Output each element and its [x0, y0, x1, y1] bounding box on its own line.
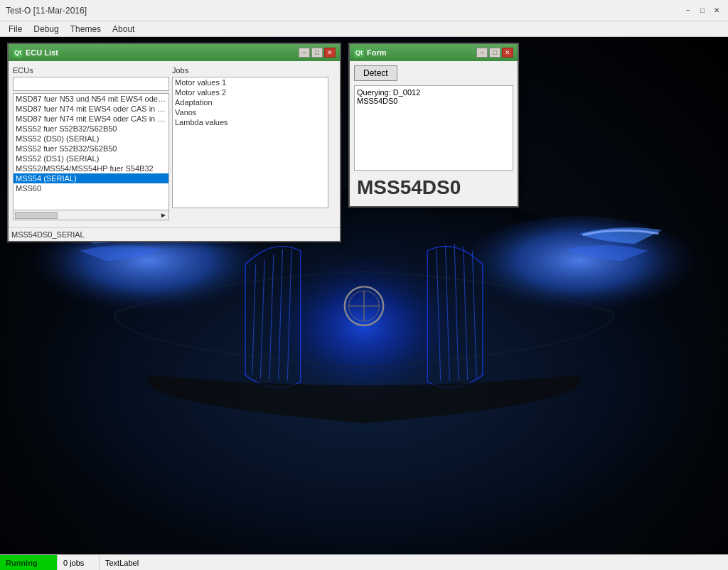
ecu-list-item[interactable]: MSS52 (DS0) (SERIAL) [14, 134, 168, 144]
ecu-window-controls: − □ ✕ [299, 48, 336, 58]
form-window: Qt Form − □ ✕ Detect Querying: D_0012MSS… [348, 43, 519, 208]
form-window-title: Form [367, 48, 387, 57]
form-qt-icon: Qt [354, 48, 364, 58]
query-output-box: Querying: D_0012MSS54DS0 [354, 85, 513, 171]
status-bar: Running 0 jobs TextLabel [0, 554, 728, 570]
form-window-controls: − □ ✕ [476, 48, 513, 58]
ecu-list-item[interactable]: MSD87 fuer N74 mit EWS4 oder CAS in Fahr… [14, 114, 168, 124]
ecu-list-item[interactable]: MSD87 fuer N74 mit EWS4 oder CAS in Fahr… [14, 104, 168, 114]
close-button[interactable]: ✕ [711, 5, 722, 16]
ecu-list-item[interactable]: MSS60 [14, 183, 168, 193]
app-title: Test-O [11-Mar-2016] [6, 6, 87, 16]
minimize-button[interactable]: − [682, 5, 694, 16]
ecu-window-title: ECU List [26, 48, 58, 57]
query-line: Querying: D_0012 [357, 88, 510, 97]
ecu-search-input[interactable] [13, 77, 169, 91]
jobs-col-label: Jobs [172, 65, 336, 75]
mss54-display-label: MSS54DS0 [354, 171, 513, 202]
title-bar: Test-O [11-Mar-2016] − □ ✕ [0, 0, 728, 21]
ecu-close-button[interactable]: ✕ [324, 48, 336, 58]
status-text-label: TextLabel [100, 555, 144, 570]
maximize-button[interactable]: □ [697, 5, 708, 16]
job-list-item[interactable]: Adaptation [173, 97, 328, 107]
job-list-item[interactable]: Lambda values [173, 117, 328, 127]
hscroll-right-arrow: ► [160, 211, 168, 219]
job-list-item[interactable]: Vanos [173, 107, 328, 117]
ecu-list-item[interactable]: MSS52 fuer S52B32/S62B50 [14, 144, 168, 154]
ecu-list-item[interactable]: MSD87 fuer N53 und N54 mit EWS4 oder CA.… [14, 94, 168, 104]
menu-about[interactable]: About [107, 23, 140, 36]
menu-bar: File Debug Themes About [0, 21, 728, 37]
query-line: MSS54DS0 [357, 97, 510, 105]
detect-button[interactable]: Detect [354, 65, 397, 81]
status-running: Running [0, 555, 57, 570]
ecu-window-content: ECUs Jobs MSD87 fuer N53 und N54 mit EWS… [9, 61, 340, 227]
jobs-listbox[interactable]: Motor values 1Motor values 2AdaptationVa… [172, 77, 328, 208]
form-minimize-button[interactable]: − [476, 48, 488, 58]
ecu-right-panel: Motor values 1Motor values 2AdaptationVa… [172, 77, 336, 220]
window-controls: − □ ✕ [682, 5, 722, 16]
ecu-list-item[interactable]: MSS52/MSS54/MSS54HP fuer S54B32 [14, 163, 168, 173]
menu-themes[interactable]: Themes [65, 23, 107, 36]
job-list-item[interactable]: Motor values 2 [173, 87, 328, 97]
ecu-columns-header: ECUs Jobs [13, 65, 336, 75]
ecu-list-item[interactable]: MSS52 (DS1) (SERIAL) [14, 154, 168, 163]
ecu-list-window: Qt ECU List − □ ✕ ECUs Jobs MSD87 fuer N… [7, 43, 341, 242]
job-list-item[interactable]: Motor values 1 [173, 77, 328, 87]
qt-icon: Qt [13, 48, 23, 58]
ecu-list-item[interactable]: MSS54 (SERIAL) [14, 173, 168, 183]
ecu-columns: MSD87 fuer N53 und N54 mit EWS4 oder CA.… [13, 77, 336, 220]
ecu-listbox[interactable]: MSD87 fuer N53 und N54 mit EWS4 oder CA.… [13, 93, 169, 210]
ecu-window-titlebar: Qt ECU List − □ ✕ [9, 44, 340, 61]
ecu-hscroll[interactable]: ► [13, 210, 169, 220]
form-close-button[interactable]: ✕ [502, 48, 513, 58]
ecu-maximize-button[interactable]: □ [311, 48, 323, 58]
form-maximize-button[interactable]: □ [489, 48, 500, 58]
ecu-titlebar-left: Qt ECU List [13, 48, 58, 58]
ecus-col-label: ECUs [13, 65, 169, 75]
ecu-status-bar: MSS54DS0_SERIAL [9, 227, 340, 241]
ecu-left-panel: MSD87 fuer N53 und N54 mit EWS4 oder CA.… [13, 77, 169, 220]
svg-point-3 [455, 216, 703, 326]
ecu-minimize-button[interactable]: − [299, 48, 310, 58]
form-window-titlebar: Qt Form − □ ✕ [350, 44, 518, 61]
ecu-list-item[interactable]: MSS52 fuer S52B32/S62B50 [14, 124, 168, 134]
ecu-hscroll-thumb [15, 212, 58, 219]
status-jobs: 0 jobs [57, 555, 100, 570]
form-titlebar-left: Qt Form [354, 48, 387, 58]
menu-debug[interactable]: Debug [28, 23, 64, 36]
menu-file[interactable]: File [3, 23, 28, 36]
form-content: Detect Querying: D_0012MSS54DS0 MSS54DS0 [350, 61, 518, 206]
